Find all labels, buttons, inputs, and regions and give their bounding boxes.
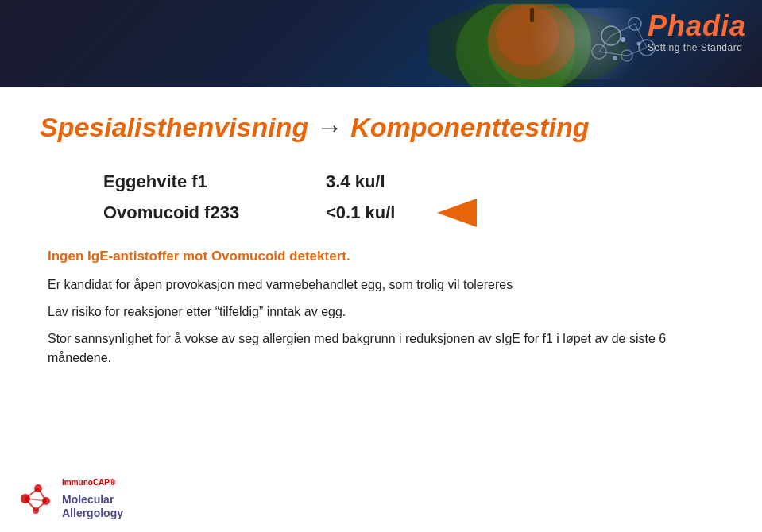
immunocap-brand: ImmunoCAP®: [62, 478, 123, 494]
svg-point-2: [488, 4, 591, 87]
svg-point-3: [488, 4, 575, 79]
svg-line-15: [599, 36, 611, 52]
immunocap-sub2: Allergology: [62, 507, 123, 520]
main-content: Spesialisthenvisning → Komponenttesting …: [0, 87, 762, 391]
svg-point-1: [456, 4, 575, 87]
svg-line-14: [599, 52, 627, 56]
banner-decoration: [428, 4, 667, 87]
svg-line-26: [25, 499, 36, 511]
svg-line-23: [25, 488, 38, 499]
info-line-4: Stor sannsynlighet for å vokse av seg al…: [48, 330, 714, 368]
result-value-1: 3.4 ku/l: [326, 172, 421, 192]
svg-rect-5: [530, 8, 534, 22]
title-arrow: →: [316, 112, 350, 142]
info-line-3: Lav risiko for reaksjoner etter “tilfeld…: [48, 303, 714, 322]
svg-point-17: [637, 42, 641, 46]
arrow-indicator: [437, 199, 477, 227]
logo-icon: [16, 479, 56, 519]
svg-point-10: [592, 44, 606, 59]
svg-point-18: [613, 56, 617, 60]
immunocap-logo: ImmunoCAP® Molecular Allergology: [16, 478, 123, 520]
phadia-logo: Phadia Setting the Standard: [648, 12, 746, 53]
result-value-2: <0.1 ku/l: [326, 202, 421, 223]
info-section: Ingen IgE-antistoffer mot Ovomucoid dete…: [40, 247, 722, 368]
svg-point-4: [496, 6, 559, 66]
immunocap-sub1: Molecular: [62, 493, 123, 507]
svg-line-24: [38, 488, 46, 501]
info-line-2: Er kandidat for åpen provokasjon med var…: [48, 276, 714, 295]
phadia-brand-text: Phadia: [648, 12, 746, 40]
immunocap-icon-svg: [16, 479, 56, 519]
immunocap-brand-text: ImmunoCAP: [62, 478, 110, 487]
svg-line-25: [36, 501, 46, 511]
page-title: Spesialisthenvisning → Komponenttesting: [40, 111, 722, 144]
svg-point-9: [621, 50, 632, 61]
result-row-1: Eggehvite f1 3.4 ku/l: [103, 172, 722, 192]
bottom-logo-area: ImmunoCAP® Molecular Allergology: [16, 478, 123, 520]
svg-point-7: [629, 17, 641, 30]
result-name-1: Eggehvite f1: [103, 172, 326, 192]
result-name-2: Ovomucoid f233: [103, 202, 326, 223]
results-section: Eggehvite f1 3.4 ku/l Ovomucoid f233 <0.…: [103, 172, 722, 227]
svg-line-12: [635, 24, 647, 48]
result-row-2: Ovomucoid f233 <0.1 ku/l: [103, 199, 722, 227]
title-part1: Spesialisthenvisning: [40, 112, 308, 142]
title-part2: Komponenttesting: [350, 112, 589, 142]
svg-line-11: [611, 24, 635, 36]
info-line-1: Ingen IgE-antistoffer mot Ovomucoid dete…: [48, 247, 714, 266]
trademark-symbol: ®: [110, 478, 115, 487]
immunocap-text: ImmunoCAP® Molecular Allergology: [62, 478, 123, 520]
svg-point-6: [601, 26, 621, 45]
svg-point-16: [621, 37, 625, 42]
top-banner: Phadia Setting the Standard: [0, 0, 762, 87]
tagline-text: Setting the Standard: [648, 42, 742, 53]
